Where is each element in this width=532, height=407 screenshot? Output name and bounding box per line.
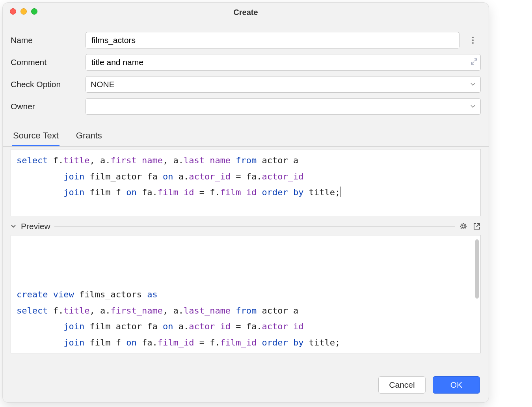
tab-grants[interactable]: Grants: [75, 127, 103, 146]
cancel-button[interactable]: Cancel: [378, 376, 426, 394]
owner-label: Owner: [11, 102, 86, 111]
minimize-window-icon[interactable]: [20, 8, 27, 15]
name-input[interactable]: [86, 32, 459, 49]
row-check-option: Check Option NONE: [11, 76, 481, 93]
open-external-icon: [473, 223, 480, 230]
comment-input-text[interactable]: [91, 57, 467, 67]
tab-source-text[interactable]: Source Text: [12, 127, 60, 146]
ok-button[interactable]: OK: [433, 376, 480, 394]
preview-sql-viewer[interactable]: create view films_actors asselect f.titl…: [11, 235, 481, 353]
comment-input[interactable]: [86, 54, 481, 71]
create-dialog: Create Name Comment: [2, 2, 489, 403]
check-option-select[interactable]: NONE: [86, 76, 481, 93]
row-owner: Owner: [11, 98, 481, 115]
source-text-editor[interactable]: select f.title, a.first_name, a.last_nam…: [11, 149, 481, 216]
name-label: Name: [11, 35, 86, 45]
window-title: Create: [233, 8, 258, 17]
preview-header: Preview: [3, 220, 489, 233]
row-comment: Comment: [11, 54, 481, 71]
owner-select[interactable]: [86, 98, 481, 115]
expand-icon[interactable]: [471, 58, 477, 66]
preview-label: Preview: [21, 222, 50, 231]
check-option-label: Check Option: [11, 80, 86, 89]
tabs: Source Text Grants: [3, 123, 489, 147]
more-vertical-icon: [472, 37, 474, 44]
name-input-text[interactable]: [91, 35, 454, 45]
check-option-value: NONE: [91, 80, 115, 89]
name-more-button[interactable]: [465, 32, 481, 49]
window-controls: [10, 8, 37, 15]
gear-icon: [459, 222, 467, 230]
form-area: Name Comment Che: [3, 22, 489, 123]
comment-label: Comment: [11, 58, 86, 67]
zoom-window-icon[interactable]: [31, 8, 37, 15]
row-name: Name: [11, 32, 481, 49]
divider: [54, 226, 455, 227]
chevron-down-icon: [470, 102, 476, 111]
close-window-icon[interactable]: [10, 8, 16, 15]
preview-settings-button[interactable]: [459, 222, 468, 231]
scrollbar-thumb[interactable]: [475, 239, 479, 299]
preview-collapse-toggle[interactable]: [10, 223, 17, 230]
titlebar: Create: [3, 3, 489, 22]
preview-open-external-button[interactable]: [472, 222, 482, 231]
chevron-down-icon: [470, 80, 476, 89]
dialog-footer: Cancel OK: [3, 371, 489, 402]
